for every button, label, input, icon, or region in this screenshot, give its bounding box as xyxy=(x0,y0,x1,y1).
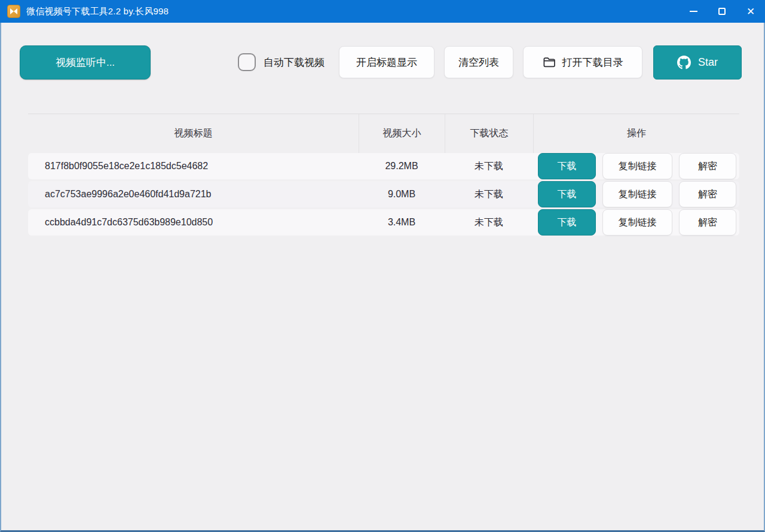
listen-button[interactable]: 视频监听中... xyxy=(20,45,151,80)
auto-download-label: 自动下载视频 xyxy=(264,56,325,69)
video-title-cell: 817f8b0f9055e18ce2e1c185dc5e4682 xyxy=(28,161,359,172)
row-actions: 下载 复制链接 解密 xyxy=(533,153,739,179)
table-body: 817f8b0f9055e18ce2e1c185dc5e4682 29.2MB … xyxy=(28,153,739,236)
video-size-cell: 29.2MB xyxy=(359,161,445,172)
close-button[interactable]: ✕ xyxy=(736,0,765,23)
title-display-button[interactable]: 开启标题显示 xyxy=(339,46,434,78)
copy-link-button[interactable]: 复制链接 xyxy=(602,209,672,236)
download-button[interactable]: 下载 xyxy=(538,153,596,179)
table-row: 817f8b0f9055e18ce2e1c185dc5e4682 29.2MB … xyxy=(28,153,739,179)
video-size-cell: 9.0MB xyxy=(359,189,445,200)
video-title-cell: ac7c753ae9996a2e0e460fd41d9a721b xyxy=(28,189,359,200)
download-status-cell: 未下载 xyxy=(445,188,533,201)
clear-list-button[interactable]: 清空列表 xyxy=(444,46,513,78)
app-window: 微信视频号下载工具2.2 by.长风998 ✕ 视频监听中... 自动下载视频 … xyxy=(0,0,765,532)
copy-link-button[interactable]: 复制链接 xyxy=(602,153,672,179)
download-status-cell: 未下载 xyxy=(445,160,533,173)
table-header-row: 视频标题 视频大小 下载状态 操作 xyxy=(28,114,739,153)
decrypt-button[interactable]: 解密 xyxy=(679,153,736,179)
minimize-icon xyxy=(690,11,697,12)
open-download-dir-label: 打开下载目录 xyxy=(562,56,623,69)
copy-link-button[interactable]: 复制链接 xyxy=(602,181,672,207)
close-icon: ✕ xyxy=(746,7,755,17)
titlebar-left: 微信视频号下载工具2.2 by.长风998 xyxy=(0,5,169,18)
video-size-cell: 3.4MB xyxy=(359,217,445,228)
auto-download-checkbox[interactable] xyxy=(238,53,256,71)
header-video-size: 视频大小 xyxy=(359,114,445,153)
video-table: 视频标题 视频大小 下载状态 操作 817f8b0f9055e18ce2e1c1… xyxy=(28,114,739,236)
minimize-button[interactable] xyxy=(679,0,708,23)
open-download-dir-button[interactable]: 打开下载目录 xyxy=(523,46,642,78)
header-download-status: 下载状态 xyxy=(445,114,533,153)
download-button[interactable]: 下载 xyxy=(538,209,596,236)
github-icon xyxy=(677,56,691,69)
window-title: 微信视频号下载工具2.2 by.长风998 xyxy=(26,6,169,17)
header-actions: 操作 xyxy=(533,114,739,153)
folder-icon xyxy=(543,56,556,68)
toolbar: 视频监听中... 自动下载视频 开启标题显示 清空列表 打开下载目录 Star xyxy=(1,45,764,80)
auto-download-group: 自动下载视频 xyxy=(238,53,325,71)
decrypt-button[interactable]: 解密 xyxy=(679,181,736,207)
app-icon xyxy=(7,5,20,18)
header-video-title: 视频标题 xyxy=(28,114,359,153)
download-button[interactable]: 下载 xyxy=(538,181,596,207)
video-title-cell: ccbbda4d91c7dc6375d63b989e10d850 xyxy=(28,217,359,228)
row-actions: 下载 复制链接 解密 xyxy=(533,181,739,207)
maximize-button[interactable] xyxy=(708,0,736,23)
row-actions: 下载 复制链接 解密 xyxy=(533,209,739,236)
table-row: ac7c753ae9996a2e0e460fd41d9a721b 9.0MB 未… xyxy=(28,181,739,207)
star-button[interactable]: Star xyxy=(653,45,742,80)
decrypt-button[interactable]: 解密 xyxy=(679,209,736,236)
star-button-label: Star xyxy=(698,56,718,69)
download-status-cell: 未下载 xyxy=(445,216,533,229)
maximize-icon xyxy=(718,8,726,15)
table-row: ccbbda4d91c7dc6375d63b989e10d850 3.4MB 未… xyxy=(28,209,739,236)
window-controls: ✕ xyxy=(679,0,765,23)
titlebar: 微信视频号下载工具2.2 by.长风998 ✕ xyxy=(0,0,765,23)
